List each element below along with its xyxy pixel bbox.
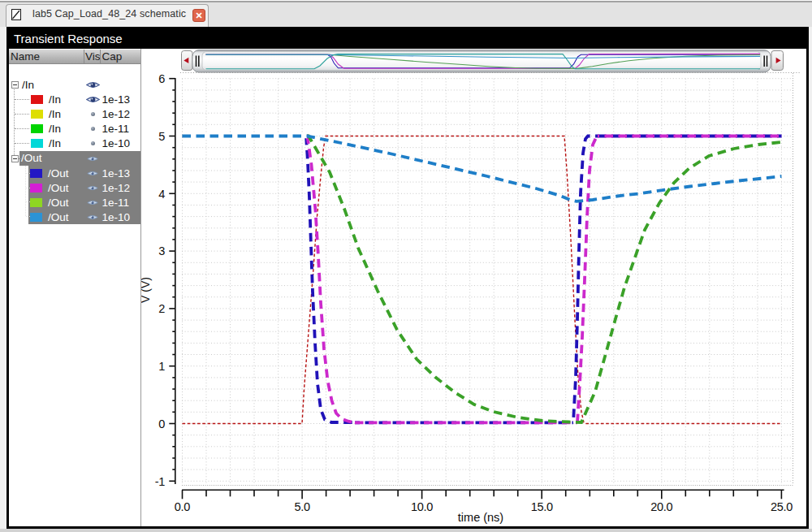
svg-text:-1: -1	[155, 475, 166, 488]
svg-text:V (V): V (V)	[141, 277, 152, 303]
svg-text:2: 2	[158, 302, 165, 315]
svg-text:5.0: 5.0	[294, 500, 309, 513]
svg-text:0: 0	[158, 417, 165, 430]
svg-text:10.0: 10.0	[411, 500, 433, 513]
svg-text:4: 4	[158, 188, 165, 201]
svg-text:1: 1	[158, 360, 165, 373]
svg-text:25.0: 25.0	[771, 500, 793, 513]
svg-text:5: 5	[158, 130, 165, 143]
svg-text:0.0: 0.0	[175, 500, 190, 513]
svg-text:20.0: 20.0	[650, 500, 672, 513]
svg-text:6: 6	[158, 72, 165, 85]
svg-text:time (ns): time (ns)	[458, 511, 503, 524]
svg-text:15.0: 15.0	[531, 500, 553, 513]
svg-text:3: 3	[158, 244, 165, 257]
